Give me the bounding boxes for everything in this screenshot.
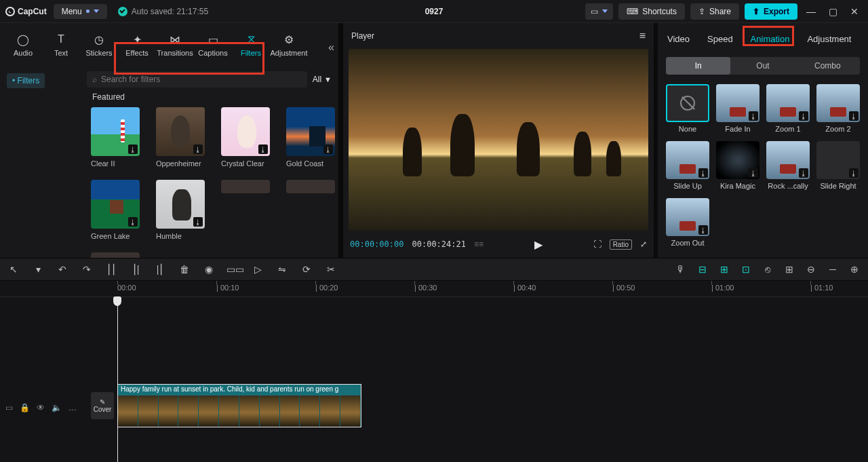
tool-tab-captions[interactable]: ▭Captions <box>194 26 232 64</box>
tool-tab-effects[interactable]: ✦Effects <box>118 26 156 64</box>
timeline-tool-2[interactable]: ↶ <box>56 264 69 275</box>
animation-zoom1[interactable]: ⭳Zoom 1 <box>766 84 810 133</box>
tool-tabs: ◯AudioTText◷Stickers✦Effects⋈Transitions… <box>0 23 338 69</box>
clip-frame <box>178 396 199 427</box>
timeline-tool-5[interactable]: ⎮| <box>129 264 142 275</box>
track-icon-3[interactable]: 🔈 <box>52 403 62 412</box>
share-icon: ⇪ <box>698 7 705 16</box>
timeline-tool-3[interactable]: ↷ <box>80 264 94 275</box>
right-tab-speed[interactable]: Speed <box>706 31 734 47</box>
timeline-tool-r-1[interactable]: ⊟ <box>696 264 709 275</box>
window-maximize-button[interactable]: ▢ <box>825 6 841 17</box>
timecode-current: 00:00:00:00 <box>350 239 403 249</box>
timeline-tool-9[interactable]: ▭▭ <box>226 264 240 275</box>
download-icon: ⭳ <box>128 145 138 154</box>
tool-tab-text[interactable]: TText <box>42 26 80 64</box>
track-header-icons: ▭🔒👁🔈… <box>5 403 77 412</box>
export-button[interactable]: ⬆ Export <box>745 3 797 20</box>
filter-thumb-crystal[interactable]: ⭳Crystal Clear <box>221 107 270 168</box>
player-viewport[interactable] <box>349 49 648 231</box>
clip-frame <box>159 396 179 427</box>
track-icon-2[interactable]: 👁 <box>37 403 45 412</box>
animation-none[interactable]: None <box>666 84 709 133</box>
tool-tab-adjustment[interactable]: ⚙Adjustment <box>270 26 308 64</box>
animation-fadein[interactable]: ⭳Fade In <box>716 84 760 133</box>
track-icon-0[interactable]: ▭ <box>5 403 13 412</box>
timeline-tool-r-2[interactable]: ⊞ <box>717 264 731 275</box>
timeline-tool-6[interactable]: |⎮ <box>153 264 167 275</box>
filters-chip[interactable]: • Filters <box>7 73 45 88</box>
right-tab-animation[interactable]: Animation <box>749 31 791 47</box>
filter-label: Clear II <box>91 159 140 168</box>
all-filter-button[interactable]: All ▼ <box>313 75 332 84</box>
timeline-tool-1[interactable]: ▾ <box>31 264 45 275</box>
player-menu-icon[interactable]: ≡ <box>639 30 646 42</box>
timeline-tracks[interactable]: ▭🔒👁🔈… ✎ Cover Happy family run at sunset… <box>0 297 868 462</box>
share-button[interactable]: ⇪ Share <box>690 3 739 20</box>
animation-thumbnail: ⭳ <box>666 198 709 236</box>
tool-tab-stickers[interactable]: ◷Stickers <box>80 26 118 64</box>
filter-thumb-partial[interactable] <box>91 252 140 258</box>
shortcuts-button[interactable]: ⌨ Shortcuts <box>618 3 685 20</box>
timeline-tool-4[interactable]: ⎮⎮ <box>104 264 118 275</box>
track-icon-1[interactable]: 🔒 <box>20 403 30 412</box>
timeline-tool-8[interactable]: ◉ <box>202 264 216 275</box>
animation-zoomout[interactable]: ⭳Zoom Out <box>666 198 709 247</box>
timeline-tool-12[interactable]: ⟳ <box>300 264 313 275</box>
filter-thumb-humble[interactable]: ⭳Humble <box>156 180 205 240</box>
anim-segment-in[interactable]: In <box>666 57 730 75</box>
playhead[interactable] <box>117 297 118 462</box>
animation-zoom2[interactable]: ⭳Zoom 2 <box>816 84 860 133</box>
timeline-tool-10[interactable]: ▷ <box>251 264 264 275</box>
safe-area-icon[interactable]: ⛶ <box>593 239 601 249</box>
filter-thumb-clear2[interactable]: ⭳Clear II <box>91 107 140 168</box>
animation-rock[interactable]: ⭳Rock ...cally <box>766 141 810 190</box>
timeline-tool-13[interactable]: ✂ <box>324 264 338 275</box>
captions-icon: ▭ <box>206 33 220 46</box>
timeline-tool-r-4[interactable]: ⎋ <box>761 264 774 275</box>
collapse-icon[interactable]: « <box>328 41 334 54</box>
tool-tab-audio[interactable]: ◯Audio <box>4 26 42 64</box>
cover-button[interactable]: ✎ Cover <box>91 392 114 419</box>
timeline-tool-11[interactable]: ⇋ <box>275 264 289 275</box>
timeline-tool-r-7[interactable]: ─ <box>826 264 840 275</box>
filter-thumb-partial[interactable] <box>286 180 335 240</box>
anim-segment-combo[interactable]: Combo <box>795 57 860 75</box>
timeline-tool-r-0[interactable]: 🎙 <box>674 264 688 275</box>
timeline-tool-0[interactable]: ↖ <box>7 264 20 275</box>
right-tab-adjustment[interactable]: Adjustment <box>806 31 852 47</box>
right-tab-video[interactable]: Video <box>666 31 691 47</box>
timeline-tool-r-3[interactable]: ⊡ <box>739 264 753 275</box>
tool-tab-label: Adjustment <box>270 49 307 57</box>
search-input[interactable]: ⌕ Search for filters <box>87 71 307 88</box>
window-close-button[interactable]: ✕ <box>846 6 863 17</box>
fullscreen-icon[interactable]: ⤢ <box>640 239 647 249</box>
filter-label: Oppenheimer <box>156 159 205 168</box>
filter-thumbnail: ⭳ <box>221 107 270 156</box>
filter-thumb-greenlake[interactable]: ⭳Green Lake <box>91 180 140 240</box>
filter-thumb-goldcoast[interactable]: ⭳Gold Coast <box>286 107 335 168</box>
animation-label: Slide Right <box>816 182 860 190</box>
transitions-icon: ⋈ <box>168 33 182 46</box>
download-icon: ⭳ <box>799 168 808 178</box>
ratio-button[interactable]: Ratio <box>610 239 632 250</box>
timeline-tool-r-8[interactable]: ⊕ <box>848 264 861 275</box>
filter-thumb-oppenheimer[interactable]: ⭳Oppenheimer <box>156 107 205 168</box>
tool-tab-filters[interactable]: ⧖Filters <box>232 26 270 64</box>
layout-preset-button[interactable]: ▭ <box>585 3 613 20</box>
animation-slideup[interactable]: ⭳Slide Up <box>666 141 709 190</box>
timeline-ruler[interactable]: 00:00| 00:10| 00:20| 00:30| 00:40| 00:50… <box>0 281 868 297</box>
timeline-tool-7[interactable]: 🗑 <box>178 264 191 275</box>
menu-button[interactable]: Menu <box>54 4 107 19</box>
animation-slideright[interactable]: ⭳Slide Right <box>816 141 860 190</box>
tool-tab-transitions[interactable]: ⋈Transitions <box>156 26 194 64</box>
timeline-tool-r-6[interactable]: ⊖ <box>804 264 818 275</box>
timeline-tool-r-5[interactable]: ⊞ <box>783 264 796 275</box>
anim-segment-out[interactable]: Out <box>730 57 795 75</box>
animation-kira[interactable]: ⭳Kira Magic <box>716 141 760 190</box>
timeline-clip[interactable]: Happy family run at sunset in park. Chil… <box>117 384 361 427</box>
play-button[interactable]: ▶ <box>534 238 542 251</box>
track-icon-4[interactable]: … <box>68 403 77 412</box>
window-minimize-button[interactable]: — <box>803 6 819 17</box>
filter-thumb-partial[interactable] <box>221 180 270 240</box>
